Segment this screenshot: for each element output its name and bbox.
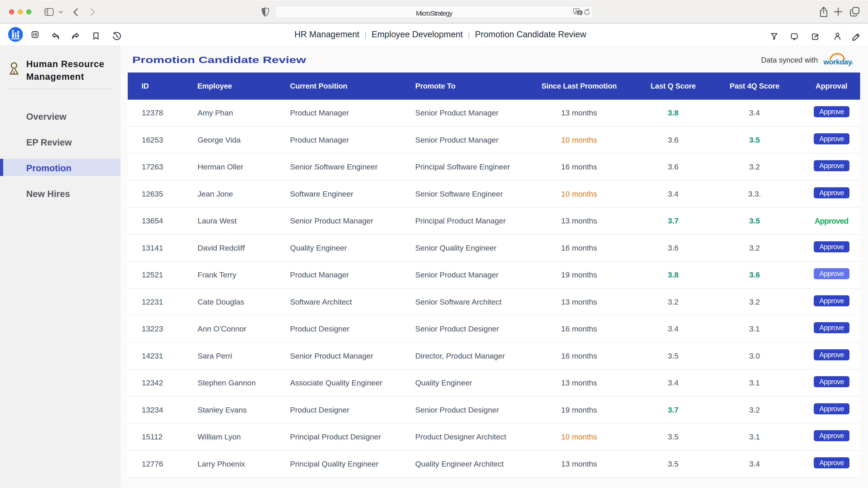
svg-text:workday: workday bbox=[823, 58, 852, 66]
svg-text:文: 文 bbox=[578, 11, 581, 14]
